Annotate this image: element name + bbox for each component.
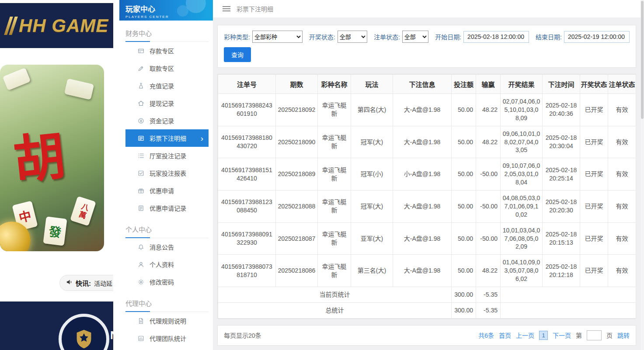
total-count: 共6条 bbox=[478, 331, 494, 340]
table-cell: 幸运飞艇新 bbox=[318, 255, 351, 287]
table-cell: 02,07,04,06,05,10,01,03,08,09 bbox=[501, 94, 543, 126]
sidebar-item[interactable]: 取款专区 bbox=[125, 59, 209, 77]
menu-icon[interactable] bbox=[223, 6, 230, 11]
sidebar: 玩家中心 PLAYERS CENTER 财务中心存款专区取款专区充值记录提现记录… bbox=[113, 0, 213, 350]
table-cell: 20250218090 bbox=[276, 126, 318, 158]
table-cell: 幸运飞艇新 bbox=[318, 222, 351, 255]
table-cell: 已开奖 bbox=[580, 191, 608, 223]
sidebar-item[interactable]: 代理规则说明 bbox=[125, 312, 209, 329]
promo-records-icon bbox=[138, 205, 144, 211]
column-header: 开奖结果 bbox=[501, 75, 543, 94]
summary-empty bbox=[501, 302, 636, 318]
summary-winloss-total: -5.35 bbox=[476, 287, 501, 303]
sidebar-item[interactable]: 修改密码 bbox=[125, 273, 209, 291]
summary-row: 总统计300.00-5.35 bbox=[218, 302, 636, 318]
table-cell: 有效 bbox=[608, 255, 636, 287]
next-page-link[interactable]: 下一页 bbox=[553, 331, 571, 340]
table-cell: 有效 bbox=[608, 158, 636, 191]
order-status-select[interactable]: 全部 bbox=[402, 31, 428, 43]
sidebar-item-label: 消息公告 bbox=[150, 243, 174, 251]
summary-label: 总统计 bbox=[218, 302, 452, 318]
sidebar-subtitle: PLAYERS CENTER bbox=[125, 15, 213, 19]
table-cell: 20250218087 bbox=[276, 222, 318, 255]
draw-status-label: 开奖状态: bbox=[309, 32, 335, 41]
sidebar-item[interactable]: 代理团队统计 bbox=[125, 329, 209, 347]
sidebar-item-label: 提现记录 bbox=[150, 99, 174, 107]
jump-suffix: 页 bbox=[606, 331, 613, 340]
funds-icon bbox=[138, 118, 144, 124]
jump-link[interactable]: 跳转 bbox=[617, 331, 630, 340]
sidebar-header: 玩家中心 PLAYERS CENTER bbox=[119, 0, 213, 21]
table-cell: 50.00 bbox=[452, 255, 476, 287]
table-body: 40156917398824360191020250218092幸运飞艇新第四名… bbox=[218, 94, 636, 319]
start-date-label: 开始日期: bbox=[435, 32, 461, 41]
tile-glyph: 八萬 bbox=[75, 201, 91, 221]
sidebar-item[interactable]: 厅室投注记录 bbox=[125, 147, 209, 164]
sidebar-item[interactable]: 存款专区 bbox=[125, 42, 209, 59]
table-cell: 幸运飞艇新 bbox=[318, 158, 351, 191]
profile-icon bbox=[138, 261, 144, 268]
chevron-right-icon: › bbox=[201, 134, 203, 142]
column-header: 注单号 bbox=[218, 75, 276, 94]
table-cell: 大-A盘@1.98 bbox=[393, 222, 452, 255]
deposit-icon bbox=[138, 48, 144, 54]
sidebar-item[interactable]: 充值记录 bbox=[125, 77, 209, 94]
table-cell: 20250218088 bbox=[276, 191, 318, 223]
sidebar-item[interactable]: 玩家投注报表 bbox=[125, 164, 209, 182]
recharge-icon bbox=[138, 83, 144, 89]
page-jump-input[interactable] bbox=[587, 330, 602, 340]
table-cell: 幸运飞艇新 bbox=[318, 126, 351, 158]
table-cell: 已开奖 bbox=[580, 255, 608, 287]
table-cell: 2025-02-18 20:20:30 bbox=[543, 191, 580, 223]
scrollbar[interactable] bbox=[641, 0, 644, 350]
sidebar-item[interactable]: 资金记录 bbox=[125, 112, 209, 129]
promo-icon bbox=[138, 187, 144, 194]
main-topbar: 彩票下注明细 bbox=[213, 0, 641, 17]
table-cell: 48.22 bbox=[476, 255, 501, 287]
promo-photo: 胡 中 發 八萬 bbox=[0, 65, 104, 251]
table-cell: 10,01,03,04,07,06,08,05,02,09 bbox=[501, 222, 543, 255]
table-cell: 亚军(大) bbox=[351, 222, 393, 255]
logo-bars-icon bbox=[4, 17, 18, 35]
sidebar-item[interactable]: 消息公告 bbox=[125, 238, 209, 256]
prev-page-link[interactable]: 上一页 bbox=[516, 331, 534, 340]
table-cell: 01,04,10,09,03,05,07,08,06,02 bbox=[501, 255, 543, 287]
ticker-text: 活动延 bbox=[94, 279, 112, 288]
end-date-input[interactable] bbox=[564, 31, 630, 43]
table-row: 40156917398807381871020250218086幸运飞艇新第三名… bbox=[218, 255, 636, 287]
table-cell: 401569173988180430720 bbox=[218, 126, 276, 158]
first-page-link[interactable]: 首页 bbox=[499, 331, 511, 340]
scrollbar-thumb[interactable] bbox=[641, 1, 644, 119]
lottery-type-select[interactable]: 全部彩种 bbox=[252, 31, 303, 43]
table-cell: 2025-02-18 20:40:36 bbox=[543, 94, 580, 126]
sidebar-item-label: 厅室投注记录 bbox=[150, 151, 186, 160]
table-cell: 50.00 bbox=[452, 94, 476, 126]
jump-prefix: 第 bbox=[576, 331, 582, 340]
table-cell: 有效 bbox=[608, 126, 636, 158]
pagination-bar: 每页显示20条 共6条 首页 上一页 1 下一页 第 页 跳转 bbox=[217, 325, 636, 346]
table-cell: 已开奖 bbox=[580, 94, 608, 126]
sidebar-item[interactable]: 提现记录 bbox=[125, 94, 209, 112]
table-cell: 20250218092 bbox=[276, 94, 318, 126]
rules-icon bbox=[138, 318, 144, 324]
sidebar-item[interactable]: 个人资料 bbox=[125, 256, 209, 273]
current-page[interactable]: 1 bbox=[539, 331, 548, 340]
sidebar-title: 玩家中心 bbox=[125, 3, 213, 14]
sidebar-item[interactable]: 优惠申请 bbox=[125, 182, 209, 199]
site-logo: HH GAME bbox=[0, 3, 119, 48]
column-header: 彩种名称 bbox=[318, 75, 351, 94]
order-status-label: 注单状态: bbox=[374, 32, 400, 41]
table-cell: 幸运飞艇新 bbox=[318, 191, 351, 223]
table-header-row: 注单号期数彩种名称玩法下注信息投注额输赢开奖结果下注时间开奖状态注单状态 bbox=[218, 75, 636, 94]
table-cell: 50.00 bbox=[452, 158, 476, 191]
sidebar-item[interactable]: 优惠申请记录 bbox=[125, 199, 209, 217]
speaker-icon bbox=[66, 279, 73, 287]
column-header: 玩法 bbox=[351, 75, 393, 94]
start-date-input[interactable] bbox=[463, 31, 529, 43]
summary-winloss-total: -5.35 bbox=[476, 302, 501, 318]
search-button[interactable]: 查询 bbox=[224, 47, 251, 62]
summary-bet-total: 300.00 bbox=[452, 287, 476, 303]
draw-status-select[interactable]: 全部 bbox=[338, 31, 367, 43]
sidebar-section-title: 个人中心 bbox=[125, 217, 209, 238]
sidebar-item[interactable]: 彩票下注明细› bbox=[125, 129, 209, 147]
